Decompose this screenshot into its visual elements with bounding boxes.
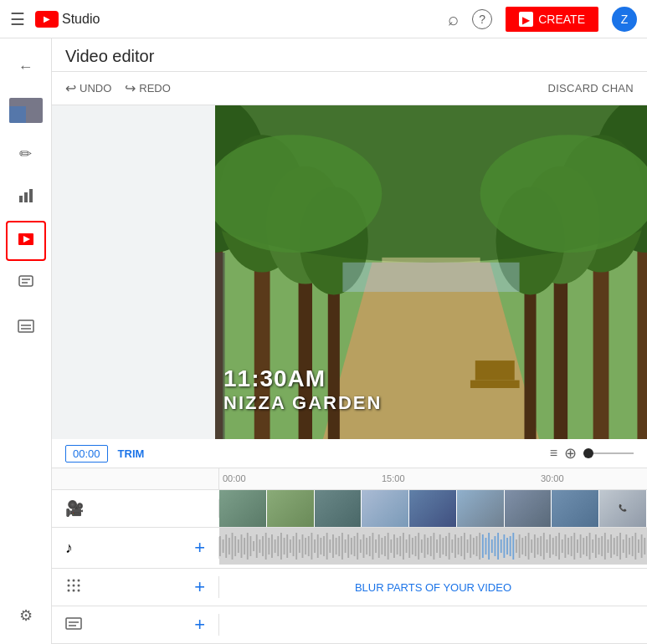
svg-rect-119 xyxy=(460,536,462,556)
sidebar-item-thumbnail[interactable] xyxy=(6,90,46,130)
thumb-6 xyxy=(505,490,552,527)
subtitle-track-add[interactable]: + xyxy=(194,614,205,636)
svg-rect-121 xyxy=(467,539,469,553)
svg-rect-160 xyxy=(586,536,588,556)
svg-rect-68 xyxy=(305,538,306,555)
sidebar-item-edit[interactable]: ✏ xyxy=(6,134,46,174)
svg-rect-136 xyxy=(512,533,514,560)
sidebar-item-settings[interactable]: ⚙ xyxy=(6,595,46,636)
timeline-controls-right: ≡ ⊕ xyxy=(550,444,634,463)
svg-rect-176 xyxy=(634,533,636,560)
create-btn-label: CREATE xyxy=(538,13,585,26)
svg-point-182 xyxy=(78,580,80,582)
sidebar-item-analytics[interactable] xyxy=(6,177,46,217)
avatar[interactable]: Z xyxy=(612,7,637,32)
zoom-thumb[interactable] xyxy=(583,448,593,458)
svg-rect-106 xyxy=(421,539,423,553)
svg-rect-162 xyxy=(592,539,593,553)
help-icon[interactable]: ? xyxy=(472,9,492,29)
sidebar-item-subtitles[interactable] xyxy=(6,308,46,348)
svg-rect-189 xyxy=(66,618,81,629)
audio-track-icon: ♪ xyxy=(65,539,73,557)
audio-track-content[interactable]: // Generate waveform bars inline via SVG xyxy=(219,528,647,568)
svg-rect-51 xyxy=(253,541,254,551)
search-icon[interactable]: ⌕ xyxy=(448,8,459,30)
svg-rect-113 xyxy=(442,538,444,555)
audio-track: ♪ + // Generate waveform bars inline via… xyxy=(52,528,647,569)
redo-icon: ↪ xyxy=(125,80,136,96)
svg-rect-59 xyxy=(277,536,279,556)
video-location: NIZZA GARDEN xyxy=(223,392,382,414)
svg-rect-45 xyxy=(234,536,236,556)
blur-track-content[interactable]: BLUR PARTS OF YOUR VIDEO xyxy=(219,569,647,606)
sidebar-item-editor[interactable] xyxy=(6,221,46,261)
svg-rect-164 xyxy=(598,538,600,555)
svg-rect-84 xyxy=(354,536,356,556)
svg-rect-179 xyxy=(644,538,645,555)
thumb-1 xyxy=(267,490,315,527)
trim-button[interactable]: TRIM xyxy=(118,447,145,460)
video-overlay: 11:30AM NIZZA GARDEN xyxy=(223,365,382,414)
svg-rect-44 xyxy=(232,533,234,560)
hamburger-menu[interactable]: ☰ xyxy=(10,9,25,29)
thumb-4 xyxy=(409,490,457,527)
svg-rect-63 xyxy=(290,539,291,553)
svg-rect-117 xyxy=(454,534,456,558)
svg-rect-134 xyxy=(506,538,508,555)
svg-rect-123 xyxy=(473,538,475,555)
svg-rect-129 xyxy=(491,539,493,553)
svg-rect-0 xyxy=(19,196,23,202)
undo-button[interactable]: ↩ UNDO xyxy=(65,80,111,96)
svg-rect-8 xyxy=(18,320,33,332)
video-preview: ∂ 11:30AM NIZZA GARDEN xyxy=(215,105,647,439)
discard-changes-button[interactable]: DISCARD CHAN xyxy=(547,82,634,95)
blur-track-add[interactable]: + xyxy=(194,576,205,598)
toolbar-left: ↩ UNDO ↪ REDO xyxy=(65,80,171,96)
svg-rect-80 xyxy=(341,533,343,560)
svg-rect-91 xyxy=(375,539,377,553)
svg-rect-120 xyxy=(464,533,465,560)
svg-rect-137 xyxy=(516,539,517,553)
subtitle-track: + xyxy=(52,606,647,644)
ruler-mark-1: 15:00 xyxy=(382,473,405,483)
svg-rect-169 xyxy=(614,538,615,555)
sidebar-item-back[interactable]: ← xyxy=(6,47,46,87)
sidebar-item-comments[interactable] xyxy=(6,264,46,304)
svg-rect-108 xyxy=(427,538,429,555)
svg-rect-77 xyxy=(332,534,334,558)
svg-rect-52 xyxy=(256,534,258,558)
create-button[interactable]: ▶ CREATE xyxy=(506,7,598,32)
blur-video-button[interactable]: BLUR PARTS OF YOUR VIDEO xyxy=(355,581,511,594)
zoom-search-icon[interactable]: ⊕ xyxy=(564,444,577,463)
svg-rect-60 xyxy=(280,533,282,560)
svg-rect-85 xyxy=(357,533,358,560)
svg-rect-118 xyxy=(458,538,460,555)
svg-rect-151 xyxy=(558,533,560,560)
subtitle-track-label: + xyxy=(52,614,219,636)
video-track-content[interactable]: 📞 xyxy=(219,490,647,527)
create-btn-icon: ▶ xyxy=(519,12,533,27)
svg-rect-81 xyxy=(345,539,347,553)
redo-button[interactable]: ↪ REDO xyxy=(125,80,171,96)
svg-rect-75 xyxy=(326,533,328,560)
thumb-5 xyxy=(457,490,505,527)
menu-icon[interactable]: ≡ xyxy=(550,446,557,461)
svg-rect-148 xyxy=(549,534,551,558)
svg-point-186 xyxy=(68,590,70,592)
zoom-slider[interactable] xyxy=(583,452,634,454)
svg-rect-111 xyxy=(436,539,438,553)
svg-rect-58 xyxy=(275,539,276,553)
sidebar-bottom: ⚙ xyxy=(6,595,46,636)
svg-rect-127 xyxy=(485,538,487,555)
svg-rect-109 xyxy=(430,536,432,556)
svg-rect-86 xyxy=(360,539,362,553)
svg-rect-110 xyxy=(434,533,435,560)
svg-rect-124 xyxy=(476,536,478,556)
zoom-track xyxy=(583,452,634,454)
svg-rect-69 xyxy=(308,536,310,556)
audio-track-add[interactable]: + xyxy=(194,537,205,559)
svg-rect-161 xyxy=(589,533,591,560)
svg-rect-62 xyxy=(286,534,288,558)
svg-rect-71 xyxy=(314,539,316,553)
svg-rect-175 xyxy=(632,536,634,556)
